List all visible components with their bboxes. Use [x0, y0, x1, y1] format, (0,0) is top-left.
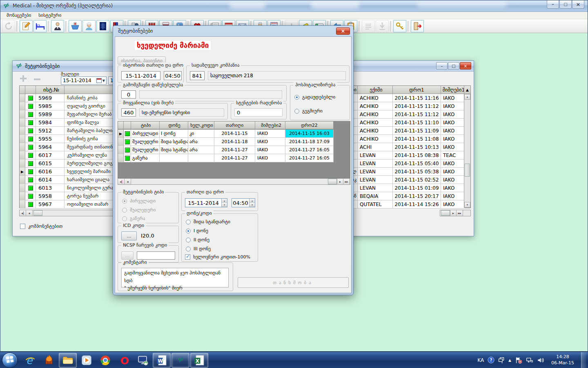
icd-browse-button[interactable]: ...	[121, 231, 137, 240]
toolbar-button[interactable]	[48, 21, 50, 31]
radio-planned[interactable]: გეგმიური	[294, 108, 323, 114]
close-button[interactable]	[336, 27, 350, 35]
scroll-thumb[interactable]	[465, 164, 470, 177]
scroll-end-icon[interactable]: ▸▸	[343, 179, 350, 184]
sender-code-field[interactable]: 0	[121, 90, 136, 99]
scroll-left-icon[interactable]: ◂	[125, 179, 131, 184]
menu-data[interactable]: მონაცემები	[3, 12, 35, 18]
ncsp-code-field[interactable]	[137, 251, 175, 260]
scroll-home-icon[interactable]: ◂|	[20, 210, 26, 216]
action-center-flag-icon[interactable]	[515, 357, 522, 364]
sort-ascending-icon[interactable]	[464, 86, 470, 94]
date-spinner[interactable]: 15-11-2014 ▴▾	[185, 198, 227, 207]
spinner-arrows-icon[interactable]: ▴▾	[249, 199, 255, 207]
remove-button[interactable]	[31, 73, 43, 84]
history-date-field[interactable]: 15-11-2014	[121, 71, 160, 80]
column-time22[interactable]: დრო22	[285, 121, 334, 129]
spinner-arrows-icon[interactable]: ▴▾	[221, 199, 227, 207]
help-icon[interactable]: ?	[488, 357, 494, 364]
prescription-icon[interactable]	[20, 20, 33, 32]
xray-icon[interactable]	[96, 20, 109, 32]
table-row[interactable]: შუალედური შიდა სტანდარტი არა 2014-11-18 …	[118, 138, 350, 146]
keys-icon[interactable]	[393, 20, 406, 32]
excel-taskbar-icon[interactable]: X	[190, 353, 208, 368]
grid-horizontal-scrollbar[interactable]: ◂| ◂ ▸ ▸▸	[118, 178, 350, 185]
components-checkbox[interactable]	[20, 224, 25, 229]
radio-level-3[interactable]: III დონე	[186, 246, 211, 251]
scroll-up-icon[interactable]	[464, 94, 470, 100]
column-time1[interactable]: დრო1	[393, 86, 441, 94]
column-level[interactable]: დონე	[160, 121, 188, 129]
volume-icon[interactable]	[537, 357, 544, 364]
wmp-taskbar-icon[interactable]	[78, 353, 96, 368]
refresh-icon[interactable]	[2, 20, 15, 32]
medicine-basket-icon[interactable]	[69, 20, 82, 32]
manual-code-checkbox-row[interactable]: ხელოვნური კოდით-100%	[185, 254, 250, 260]
date-filter-input[interactable]: 15-11-2014 ▼	[61, 76, 107, 85]
layout-icon[interactable]	[498, 357, 505, 364]
time-spinner[interactable]: 04:50 ▴▾	[232, 198, 255, 207]
scroll-home-icon[interactable]: ◂|	[118, 179, 125, 184]
column-doctor[interactable]: ექიმი	[358, 86, 393, 94]
column-type[interactable]: ტიპი	[131, 121, 160, 129]
show-desktop-button[interactable]	[581, 352, 586, 368]
scroll-thumb[interactable]	[441, 210, 450, 216]
list-icon[interactable]	[362, 20, 375, 32]
scroll-thumb[interactable]	[328, 179, 337, 184]
language-indicator[interactable]: KA	[477, 357, 484, 363]
restore-button[interactable]	[559, 0, 572, 9]
explorer-taskbar-icon[interactable]	[59, 353, 77, 368]
horizontal-scrollbar[interactable]: ◂| ◂	[19, 210, 113, 216]
table-row[interactable]: პირველადი I დონე კი 2014-11-15 IAKO 2014…	[118, 130, 350, 138]
clock[interactable]: 14:28 06-Mar-15	[548, 354, 577, 366]
patient-icon[interactable]	[51, 20, 64, 32]
toolbar-button[interactable]	[390, 21, 392, 31]
nurse-icon[interactable]	[82, 20, 96, 32]
maximize-button[interactable]: □	[448, 62, 459, 70]
ie-taskbar-icon[interactable]: e	[21, 353, 39, 368]
firewall-taskbar-icon[interactable]	[40, 353, 58, 368]
insurance-code-field[interactable]: 841	[190, 71, 205, 80]
scroll-end-icon[interactable]: ▸▸	[457, 210, 463, 216]
close-button[interactable]	[572, 0, 584, 9]
comment-textarea[interactable]: გადმოყვანილია მცხეთის ჯეო ჰოსპიტლიდან სდ…	[121, 268, 229, 287]
column-receiver2[interactable]: მიმღები2	[255, 121, 285, 129]
scroll-down-icon[interactable]	[464, 202, 470, 208]
minimize-button[interactable]: –	[436, 62, 448, 70]
minimize-button[interactable]	[547, 0, 559, 9]
column-receiver1[interactable]: მიმღები1	[441, 86, 465, 94]
radio-urgent[interactable]: გადაუდებებლი	[294, 94, 335, 100]
radio-internal-standard[interactable]: შიდა სტანდარტი	[186, 219, 230, 224]
hospital-bed-icon[interactable]	[33, 20, 47, 32]
medical-taskbar-icon[interactable]	[172, 353, 189, 368]
horizontal-scrollbar-right[interactable]: ▸ ▸▸	[440, 210, 471, 216]
remote-taskbar-icon[interactable]	[134, 353, 152, 368]
column-hand-code[interactable]: ხელ.კოდი	[188, 121, 214, 129]
toolbar-button[interactable]	[359, 21, 361, 31]
scroll-left-icon[interactable]: ◂	[26, 210, 33, 216]
stents-count-field[interactable]: 0	[234, 108, 283, 117]
scroll-thumb[interactable]	[33, 210, 42, 216]
toolbar-button[interactable]	[65, 21, 67, 31]
toolbar-button[interactable]	[408, 21, 410, 31]
toolbar-button[interactable]	[16, 21, 18, 31]
network-icon[interactable]	[526, 357, 533, 364]
word-taskbar-icon[interactable]: W	[153, 353, 171, 368]
scroll-right-icon[interactable]: ▸	[337, 179, 343, 184]
chrome-taskbar-icon[interactable]	[96, 353, 114, 368]
table-row[interactable]: გაწერა 2014-11-27 IAKO 2014-11-27 16:05	[118, 154, 350, 162]
column-date[interactable]: თარიღი	[214, 121, 255, 129]
table-row[interactable]: შუალედური შიდა სტანდარტი არა 2014-11-27 …	[118, 146, 350, 154]
agree-button[interactable]: თანხმობა	[238, 277, 349, 288]
download-icon[interactable]	[376, 20, 389, 32]
scroll-right-icon[interactable]: ▸	[450, 210, 457, 216]
column-history-number[interactable]: ისტ.№	[36, 86, 65, 94]
add-button[interactable]	[18, 73, 29, 84]
history-time-field[interactable]: 04:50	[164, 71, 182, 80]
close-button[interactable]: ×	[460, 62, 471, 70]
vertical-scrollbar[interactable]	[464, 86, 470, 208]
ncsp-browse-button[interactable]: ...	[121, 251, 134, 260]
start-button[interactable]	[2, 352, 18, 368]
menu-system[interactable]: სისტემური	[35, 12, 65, 18]
exit-door-icon[interactable]	[411, 20, 424, 32]
